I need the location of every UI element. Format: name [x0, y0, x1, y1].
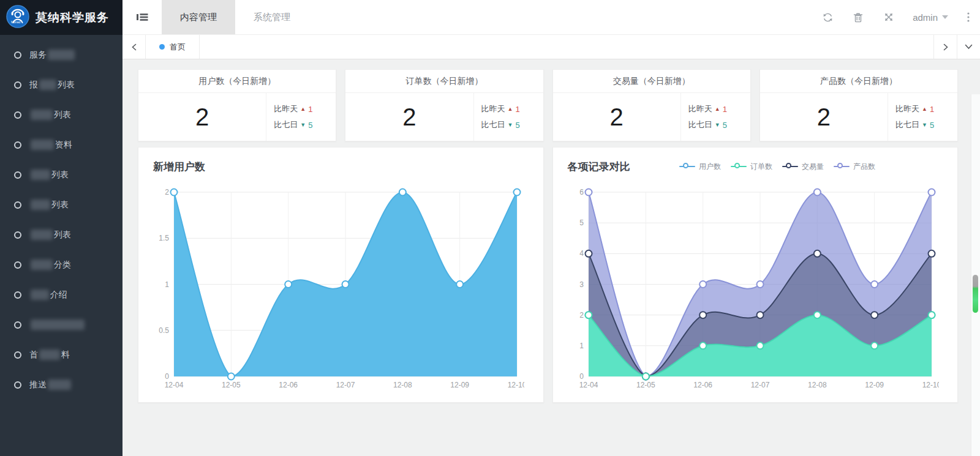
legend-item-产品数[interactable]: 产品数 [834, 162, 875, 172]
circle-icon [14, 51, 21, 59]
page-tab-home[interactable]: 首页 [146, 35, 200, 59]
sidebar-item-label: 介绍 [29, 290, 67, 301]
sidebar-item-0[interactable]: 服务 [0, 40, 123, 70]
circle-icon [14, 81, 21, 89]
circle-icon [14, 171, 21, 179]
legend-item-交易量[interactable]: 交易量 [782, 162, 824, 172]
legend-item-订单数[interactable]: 订单数 [731, 162, 772, 172]
sidebar-item-8[interactable]: 介绍 [0, 280, 123, 310]
svg-text:Monad: Monad [11, 20, 21, 24]
app-root: Monad 莫纳科学服务 服务报列表列表资料列表列表列表分类介绍首料推送 内容管… [0, 0, 980, 456]
brand-title: 莫纳科学服务 [36, 10, 109, 26]
sidebar-item-label: 列表 [29, 170, 69, 181]
scrollbar-track[interactable] [971, 94, 980, 456]
legend-label: 用户数 [699, 162, 721, 172]
delta-down: 比七日▼5 [481, 119, 543, 130]
triangle-up-icon: ▲ [922, 107, 927, 112]
delta-down: 比七日▼5 [688, 119, 750, 130]
svg-text:12-05: 12-05 [222, 381, 241, 389]
brand-logo-icon: Monad [6, 5, 29, 31]
more-options-icon[interactable] [957, 0, 980, 34]
tab-strip-spacer [200, 35, 933, 59]
stat-card-title: 交易量（今日新增） [553, 70, 750, 93]
svg-text:12-10: 12-10 [922, 381, 938, 389]
new-users-chart-title: 新增用户数 [153, 160, 205, 174]
stat-card-deltas: 比昨天▲1比七日▼5 [473, 93, 543, 141]
nav-tab-content-management[interactable]: 内容管理 [162, 0, 235, 34]
refresh-icon[interactable] [812, 0, 843, 34]
legend-label: 订单数 [750, 162, 772, 172]
nav-tab-system-management[interactable]: 系统管理 [235, 0, 309, 34]
sidebar-item-label: 列表 [29, 230, 71, 241]
sidebar-item-10[interactable]: 首料 [0, 340, 123, 370]
new-users-chart: 00.511.5212-0412-0512-0612-0712-0812-091… [153, 176, 524, 395]
sidebar-item-6[interactable]: 列表 [0, 220, 123, 250]
scrollbar-thumb[interactable] [973, 275, 978, 313]
redacted-text [48, 379, 71, 390]
sidebar-menu: 服务报列表列表资料列表列表列表分类介绍首料推送 [0, 35, 123, 400]
tabs-menu-icon[interactable] [957, 35, 980, 59]
stat-card-title: 产品数（今日新增） [760, 70, 957, 93]
collapse-menu-icon[interactable] [123, 0, 162, 34]
stat-card-title: 订单数（今日新增） [345, 70, 543, 93]
svg-text:2: 2 [579, 311, 584, 320]
sidebar-item-9[interactable] [0, 310, 123, 340]
svg-text:12-08: 12-08 [393, 381, 412, 389]
sidebar-item-label: 推送 [29, 379, 72, 391]
svg-text:12-04: 12-04 [165, 381, 184, 389]
stat-card-deltas: 比昨天▲1比七日▼5 [680, 93, 750, 141]
circle-icon [14, 321, 21, 329]
svg-text:12-10: 12-10 [508, 381, 524, 389]
delta-up: 比昨天▲1 [481, 103, 543, 114]
tab-strip: 首页 [123, 35, 980, 59]
triangle-up-icon: ▲ [300, 107, 306, 112]
brand[interactable]: Monad 莫纳科学服务 [0, 0, 123, 35]
tabs-scroll-left-icon[interactable] [123, 35, 146, 59]
sidebar-item-7[interactable]: 分类 [0, 250, 123, 280]
redacted-text [31, 170, 50, 180]
redacted-text [39, 80, 56, 90]
active-tab-dot [159, 44, 165, 50]
svg-text:4: 4 [579, 249, 584, 258]
circle-icon [14, 291, 21, 299]
sidebar-item-1[interactable]: 报列表 [0, 70, 123, 100]
svg-text:12-09: 12-09 [865, 381, 884, 389]
legend-item-用户数[interactable]: 用户数 [679, 162, 721, 172]
svg-text:2: 2 [165, 188, 169, 196]
redacted-text [39, 349, 60, 360]
fullscreen-icon[interactable] [873, 0, 904, 34]
svg-text:12-06: 12-06 [279, 381, 298, 389]
sidebar: Monad 莫纳科学服务 服务报列表列表资料列表列表列表分类介绍首料推送 [0, 0, 123, 456]
svg-text:12-06: 12-06 [693, 381, 712, 389]
sidebar-item-label: 报列表 [29, 80, 75, 91]
sidebar-item-4[interactable]: 列表 [0, 160, 123, 190]
stat-card-value: 2 [760, 93, 888, 141]
stat-card-0: 用户数（今日新增）2比昨天▲1比七日▼5 [138, 69, 336, 141]
stat-card-2: 交易量（今日新增）2比昨天▲1比七日▼5 [552, 69, 751, 141]
sidebar-item-3[interactable]: 资料 [0, 130, 123, 160]
sidebar-item-label: 列表 [29, 110, 71, 121]
tabs-scroll-right-icon[interactable] [933, 35, 957, 59]
user-dropdown[interactable]: admin [904, 0, 957, 34]
stats-row: 用户数（今日新增）2比昨天▲1比七日▼5订单数（今日新增）2比昨天▲1比七日▼5… [138, 69, 958, 141]
sidebar-item-5[interactable]: 列表 [0, 190, 123, 220]
triangle-down-icon: ▼ [300, 122, 306, 128]
stat-card-value: 2 [553, 93, 680, 141]
svg-text:5: 5 [579, 219, 584, 227]
circle-icon [14, 111, 21, 119]
topbar-spacer [309, 0, 812, 34]
redacted-text [31, 320, 85, 330]
sidebar-item-2[interactable]: 列表 [0, 100, 123, 130]
svg-text:12-08: 12-08 [807, 381, 826, 389]
svg-text:1: 1 [165, 280, 169, 289]
triangle-down-icon: ▼ [715, 122, 720, 128]
redacted-text [31, 140, 54, 150]
records-compare-chart-title: 各项记录对比 [568, 160, 630, 174]
trash-icon[interactable] [843, 0, 873, 34]
sidebar-item-11[interactable]: 推送 [0, 370, 123, 400]
stat-card-value: 2 [138, 93, 266, 141]
svg-text:0: 0 [165, 372, 169, 381]
stat-card-deltas: 比昨天▲1比七日▼5 [266, 93, 336, 141]
chart-legend: 用户数订单数交易量产品数 [679, 162, 875, 172]
main-column: 内容管理 系统管理 [123, 0, 980, 456]
